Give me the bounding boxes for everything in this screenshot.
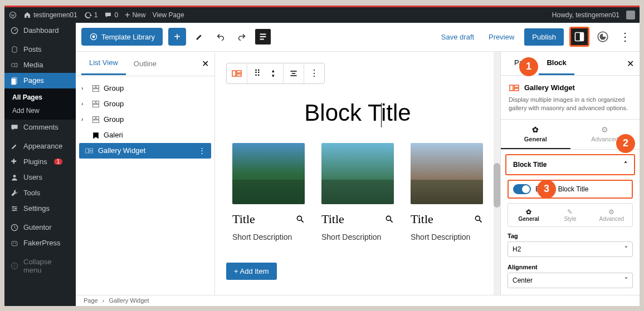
gallery-thumbnail bbox=[411, 143, 483, 204]
block-title-heading[interactable]: Block Title bbox=[226, 100, 489, 126]
svg-rect-10 bbox=[12, 241, 17, 245]
add-item-button[interactable]: + Add Item bbox=[226, 263, 277, 280]
panel-block-title-header[interactable]: Block Title˄ bbox=[506, 155, 634, 174]
tree-item-galeri[interactable]: Galeri bbox=[76, 127, 214, 143]
inner-tab-advanced[interactable]: ⚙Advanced bbox=[591, 204, 632, 226]
gallery-card[interactable]: Title Short Description bbox=[232, 143, 305, 243]
svg-rect-39 bbox=[514, 88, 519, 91]
sidebar-item-appearance[interactable]: Appearance bbox=[4, 139, 76, 154]
sidebar-item-pages[interactable]: Pages bbox=[4, 73, 76, 88]
gutentor-icon[interactable] bbox=[595, 29, 611, 45]
gallery-thumbnail bbox=[321, 143, 394, 204]
sidebar-item-posts[interactable]: Posts bbox=[4, 42, 76, 57]
undo-icon[interactable] bbox=[213, 29, 228, 45]
sidebar-item-plugins[interactable]: Plugins1 bbox=[4, 154, 76, 170]
updates-count[interactable]: 1 bbox=[84, 11, 98, 19]
editor-main: Template Library + Save draft Preview Pu… bbox=[76, 23, 640, 306]
card-description: Short Description bbox=[232, 232, 305, 243]
svg-rect-20 bbox=[96, 85, 99, 88]
tab-block[interactable]: Block bbox=[539, 52, 574, 75]
svg-point-6 bbox=[12, 206, 13, 207]
view-page-link[interactable]: View Page bbox=[152, 11, 184, 19]
tree-item-group[interactable]: ›Group bbox=[76, 96, 214, 112]
alignment-select[interactable]: Center˅ bbox=[508, 273, 633, 288]
tree-item-group[interactable]: ›Group bbox=[76, 112, 214, 127]
admin-bar: testingemen01 1 0 +New View Page Howdy, … bbox=[4, 7, 640, 23]
svg-point-15 bbox=[92, 36, 95, 38]
sidebar-item-comments[interactable]: Comments bbox=[4, 120, 76, 135]
tag-select[interactable]: H2˅ bbox=[508, 241, 633, 257]
sidebar-collapse[interactable]: Collapse menu bbox=[4, 254, 76, 278]
subtab-general[interactable]: ✿General bbox=[501, 120, 570, 149]
chevron-up-icon: ˄ bbox=[624, 161, 627, 169]
howdy-user[interactable]: Howdy, testingemen01 bbox=[552, 11, 619, 19]
drag-handle-icon[interactable]: ⠿ bbox=[250, 66, 265, 81]
svg-rect-37 bbox=[510, 85, 513, 91]
canvas-scrollbar[interactable] bbox=[494, 52, 500, 295]
svg-rect-22 bbox=[92, 101, 95, 103]
svg-rect-29 bbox=[89, 149, 92, 150]
gallery-card[interactable]: Title Short Description bbox=[411, 143, 483, 243]
publish-button[interactable]: Publish bbox=[524, 28, 564, 46]
move-up-down-icon[interactable]: ▴▾ bbox=[265, 66, 281, 81]
list-view-toggle-icon[interactable] bbox=[255, 29, 271, 45]
breadcrumb: Page › Gallery Widget bbox=[76, 295, 640, 306]
settings-panel-toggle[interactable] bbox=[569, 27, 589, 47]
wp-admin-sidebar: Dashboard Posts Media Pages All Pages Ad… bbox=[4, 23, 76, 306]
redo-icon[interactable] bbox=[234, 29, 250, 45]
zoom-icon[interactable] bbox=[474, 215, 483, 224]
svg-point-7 bbox=[15, 208, 16, 209]
inner-tab-style[interactable]: ✎Style bbox=[549, 204, 591, 226]
sidebar-item-tools[interactable]: Tools bbox=[4, 185, 76, 201]
tab-list-view[interactable]: List View bbox=[81, 52, 126, 75]
gallery-card[interactable]: Title Short Description bbox=[321, 143, 394, 243]
svg-rect-28 bbox=[86, 149, 89, 153]
sidebar-item-settings[interactable]: Settings bbox=[4, 201, 76, 216]
sidebar-item-media[interactable]: Media bbox=[4, 57, 76, 73]
comments-count[interactable]: 0 bbox=[104, 11, 118, 19]
new-button[interactable]: +New bbox=[125, 10, 145, 20]
breadcrumb-item[interactable]: Page bbox=[84, 297, 98, 304]
tree-item-gallery-widget[interactable]: Gallery Widget ⋮ bbox=[79, 143, 211, 159]
inner-tab-general[interactable]: ✿General bbox=[508, 204, 549, 226]
block-title-inner-tabs: ✿General ✎Style ⚙Advanced bbox=[508, 203, 633, 227]
sidebar-subitem-add-new[interactable]: Add New bbox=[4, 104, 76, 117]
panel-block-title: Block Title˄ bbox=[505, 154, 635, 175]
app-frame: testingemen01 1 0 +New View Page Howdy, … bbox=[4, 6, 640, 306]
block-type-icon[interactable] bbox=[229, 66, 245, 81]
close-list-view-icon[interactable]: ✕ bbox=[202, 58, 209, 69]
block-more-icon[interactable]: ⋮ bbox=[306, 66, 322, 81]
tree-item-menu-icon[interactable]: ⋮ bbox=[198, 146, 206, 155]
sidebar-subitem-all-pages[interactable]: All Pages bbox=[4, 91, 76, 104]
template-library-button[interactable]: Template Library bbox=[81, 28, 163, 46]
site-name[interactable]: testingemen01 bbox=[23, 11, 77, 19]
wp-logo[interactable] bbox=[9, 11, 17, 19]
zoom-icon[interactable] bbox=[385, 215, 394, 224]
sidebar-item-gutentor[interactable]: Gutentor bbox=[4, 220, 76, 235]
card-title: Title bbox=[321, 212, 344, 226]
plugins-update-badge: 1 bbox=[54, 159, 63, 165]
tag-label: Tag bbox=[508, 233, 633, 239]
svg-rect-26 bbox=[96, 116, 99, 119]
svg-rect-25 bbox=[92, 116, 95, 119]
add-block-button[interactable]: + bbox=[168, 28, 186, 46]
sidebar-item-fakerpress[interactable]: FakerPress bbox=[4, 235, 76, 251]
more-options-icon[interactable]: ⋮ bbox=[616, 30, 634, 43]
sidebar-item-dashboard[interactable]: Dashboard bbox=[4, 23, 76, 38]
sidebar-item-users[interactable]: Users bbox=[4, 170, 76, 185]
zoom-icon[interactable] bbox=[296, 215, 305, 224]
editor-canvas: ⠿ ▴▾ ⋮ Block Title Title Short Descripti… bbox=[215, 52, 500, 295]
preview-button[interactable]: Preview bbox=[484, 29, 519, 45]
svg-point-11 bbox=[13, 243, 14, 244]
svg-point-2 bbox=[11, 63, 14, 66]
svg-rect-17 bbox=[580, 33, 584, 41]
edit-tool-icon[interactable] bbox=[192, 29, 207, 45]
close-inspector-icon[interactable]: ✕ bbox=[627, 58, 634, 69]
breadcrumb-item[interactable]: Gallery Widget bbox=[109, 297, 149, 304]
tree-item-group[interactable]: ›Group bbox=[76, 81, 214, 96]
enable-block-title-toggle[interactable] bbox=[513, 184, 531, 194]
save-draft-button[interactable]: Save draft bbox=[437, 29, 479, 45]
tab-outline[interactable]: Outline bbox=[126, 53, 164, 75]
user-avatar[interactable] bbox=[626, 11, 635, 19]
align-icon[interactable] bbox=[286, 66, 301, 81]
